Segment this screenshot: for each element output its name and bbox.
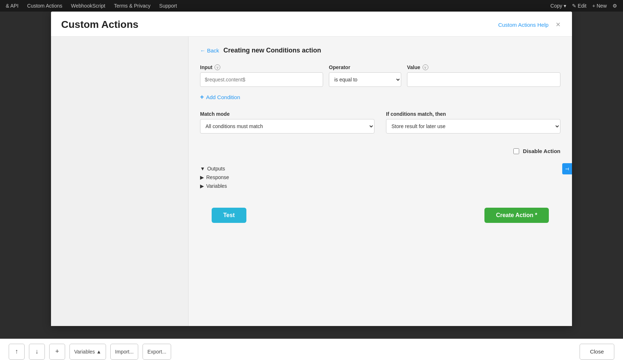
variables-triangle: ▶ — [200, 183, 204, 189]
test-button[interactable]: Test — [212, 208, 246, 223]
custom-actions-modal: Custom Actions Custom Actions Help × ← B… — [51, 12, 572, 326]
close-toolbar-button[interactable]: Close — [580, 344, 614, 360]
disable-action-checkbox[interactable] — [513, 148, 519, 154]
operator-label: Operator — [329, 64, 401, 70]
response-collapsible[interactable]: ▶ Response — [200, 173, 560, 182]
match-row: Match mode All conditions must match Any… — [200, 111, 560, 134]
nav-webhookscript[interactable]: WebhookScript — [71, 3, 105, 9]
edit-btn[interactable]: ✎ Edit — [572, 3, 586, 9]
modal-header: Custom Actions Custom Actions Help × — [51, 12, 572, 37]
top-nav: & API Custom Actions WebhookScript Terms… — [0, 0, 623, 12]
outputs-label: Outputs — [207, 166, 225, 172]
import-button[interactable]: Import... — [110, 344, 138, 360]
match-mode-label: Match mode — [200, 111, 374, 117]
value-field-group: Value v — [407, 64, 560, 87]
operator-field-group: Operator is equal to is not equal to con… — [329, 64, 401, 87]
nav-terms[interactable]: Terms & Privacy — [114, 3, 151, 9]
settings-icon[interactable]: ⚙ — [613, 3, 617, 9]
right-edge-tab[interactable]: T — [562, 163, 572, 175]
up-arrow-icon: ↑ — [15, 348, 18, 355]
move-down-button[interactable]: ↓ — [29, 344, 45, 360]
input-label: Input v — [200, 64, 323, 70]
main-content: ← Back Creating new Conditions action In… — [188, 37, 572, 326]
modal-body: ← Back Creating new Conditions action In… — [51, 37, 572, 326]
response-label: Response — [206, 174, 229, 180]
export-button[interactable]: Export... — [143, 344, 171, 360]
breadcrumb-row: ← Back Creating new Conditions action — [200, 47, 560, 54]
match-mode-group: Match mode All conditions must match Any… — [200, 111, 374, 134]
value-field[interactable] — [407, 72, 560, 87]
add-condition-label: Add Condition — [206, 94, 240, 100]
import-label: Import... — [115, 349, 134, 355]
input-info-icon[interactable]: v — [215, 64, 220, 70]
if-conditions-label: If conditions match, then — [386, 111, 560, 117]
response-triangle: ▶ — [200, 174, 204, 180]
outputs-collapsible[interactable]: ▼ Outputs — [200, 164, 560, 173]
collapsibles: ▼ Outputs ▶ Response ▶ Variables — [200, 164, 560, 190]
export-label: Export... — [147, 349, 166, 355]
nav-support[interactable]: Support — [159, 3, 177, 9]
back-link[interactable]: ← Back — [200, 47, 219, 54]
left-sidebar — [51, 37, 188, 326]
bottom-toolbar: ↑ ↓ + Variables ▲ Import... Export... Cl… — [0, 339, 623, 364]
variables-collapsible[interactable]: ▶ Variables — [200, 182, 560, 190]
modal-header-right: Custom Actions Help × — [498, 21, 562, 29]
variables-label: Variables ▲ — [74, 349, 101, 355]
value-label: Value v — [407, 64, 560, 70]
copy-btn[interactable]: Copy ▾ — [550, 3, 566, 9]
nav-right: Copy ▾ ✎ Edit + New ⚙ — [550, 3, 617, 9]
value-info-icon[interactable]: v — [423, 64, 428, 70]
page-subtitle: Creating new Conditions action — [224, 47, 321, 54]
nav-custom-actions[interactable]: Custom Actions — [27, 3, 62, 9]
nav-api[interactable]: & API — [6, 3, 18, 9]
match-mode-select[interactable]: All conditions must match Any condition … — [200, 119, 374, 134]
if-conditions-select[interactable]: Store result for later use Stop processi… — [386, 119, 560, 134]
create-action-button[interactable]: Create Action * — [484, 208, 549, 223]
input-field-group: Input v — [200, 64, 323, 87]
move-up-button[interactable]: ↑ — [9, 344, 25, 360]
add-condition-button[interactable]: + Add Condition — [200, 93, 240, 101]
help-link[interactable]: Custom Actions Help — [498, 22, 548, 28]
disable-action-row: Disable Action — [200, 148, 560, 154]
down-arrow-icon: ↓ — [35, 348, 39, 355]
operator-select[interactable]: is equal to is not equal to contains doe… — [329, 72, 401, 87]
new-btn[interactable]: + New — [592, 3, 607, 9]
close-modal-button[interactable]: × — [554, 21, 562, 29]
if-conditions-group: If conditions match, then Store result f… — [386, 111, 560, 134]
add-icon: + — [55, 348, 59, 355]
variables-label: Variables — [206, 183, 227, 189]
conditions-row: Input v Operator is equal to is not equa… — [200, 64, 560, 87]
disable-action-label: Disable Action — [523, 148, 560, 154]
input-field[interactable] — [200, 72, 323, 87]
modal-footer: Test Create Action * — [200, 202, 560, 229]
outputs-triangle: ▼ — [200, 166, 205, 172]
modal-title: Custom Actions — [61, 19, 139, 30]
plus-icon: + — [200, 93, 204, 101]
variables-button[interactable]: Variables ▲ — [69, 344, 106, 360]
add-button[interactable]: + — [49, 344, 65, 360]
add-condition-row: + Add Condition — [200, 93, 560, 101]
